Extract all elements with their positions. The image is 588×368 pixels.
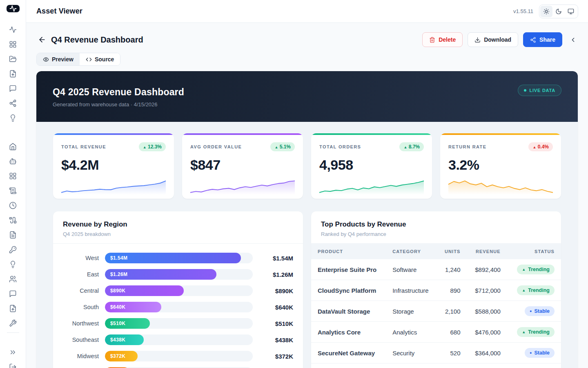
sidebar-item-users[interactable] (6, 272, 20, 286)
product-name: Enterprise Suite Pro (311, 259, 386, 280)
collapse-panel-button[interactable] (568, 34, 578, 45)
region-bar-track: $640K (105, 302, 253, 312)
products-table: PRODUCTCATEGORYUNITSREVENUESTATUS Enterp… (311, 244, 561, 368)
region-card-subtitle: Q4 2025 breakdown (63, 231, 293, 237)
sidebar-item-wrench[interactable] (6, 316, 20, 330)
product-category: Integration (386, 364, 437, 368)
product-category: Software (386, 259, 437, 280)
sidebar-top-group (6, 22, 20, 125)
region-label: Northwest (63, 320, 99, 327)
theme-light-button[interactable] (540, 6, 552, 17)
kpi-label: RETURN RATE (448, 144, 486, 149)
sidebar-mid-group (6, 139, 20, 330)
dashboard-banner: Q4 2025 Revenue Dashboard Generated from… (36, 71, 578, 122)
revenue-by-region-card: Revenue by Region Q4 2025 breakdown West… (53, 211, 303, 368)
layout-grid-icon (9, 172, 17, 180)
products-card-title: Top Products by Revenue (321, 220, 551, 229)
product-status: ● Stable (507, 301, 561, 322)
region-bar: $510K (105, 318, 150, 329)
sidebar-item-clock[interactable] (6, 198, 20, 213)
message-square-icon (9, 290, 17, 298)
sidebar-item-log-out[interactable] (6, 359, 20, 368)
theme-system-button[interactable] (565, 6, 577, 17)
sidebar-item-layout-grid[interactable] (6, 168, 20, 183)
table-row: CloudSync PlatformInfrastructure890$712,… (311, 280, 561, 301)
sidebar-item-chevrons-right[interactable] (6, 345, 20, 359)
theme-dark-button[interactable] (552, 6, 565, 17)
region-card-header: Revenue by Region Q4 2025 breakdown (53, 211, 303, 244)
product-units: 680 (437, 322, 467, 343)
sidebar-item-lightbulb[interactable] (6, 257, 20, 272)
sidebar-item-file-text[interactable] (6, 227, 20, 242)
page-title: Q4 Revenue Dashboard (51, 35, 143, 45)
region-value: $372K (259, 353, 293, 360)
share-button[interactable]: Share (523, 32, 562, 47)
folder-open-icon (9, 55, 17, 63)
region-row: East$1.26M$1.26M (63, 269, 293, 280)
sidebar-divider (7, 332, 19, 333)
region-value: $1.26M (259, 271, 293, 278)
tab-preview[interactable]: Preview (37, 53, 80, 65)
tab-source[interactable]: Source (80, 53, 120, 65)
product-name: SecureNet Gateway (311, 343, 386, 364)
region-card-title: Revenue by Region (63, 220, 293, 229)
dashboard-preview-panel: Q4 2025 Revenue Dashboard Generated from… (36, 71, 578, 368)
product-revenue: $588,000 (467, 301, 507, 322)
dashboard-body: TOTAL REVENUE▲ 12.3%$4.2MAVG ORDER VALUE… (36, 122, 578, 368)
region-row: Southeast$438K$438K (63, 334, 293, 345)
theme-toggle (539, 4, 578, 18)
region-bar-track: $1.54M (105, 253, 253, 263)
download-button[interactable]: Download (468, 32, 518, 47)
kpi-accent-bar (311, 133, 432, 135)
sidebar-item-home[interactable] (6, 139, 20, 154)
chevrons-right-icon (9, 348, 17, 356)
region-value: $510K (259, 320, 293, 327)
file-up-icon (9, 305, 17, 312)
arrow-left-icon (38, 36, 46, 44)
sidebar-item-lightbulb[interactable] (6, 110, 20, 125)
app-logo (7, 5, 20, 12)
file-up-icon (9, 70, 17, 78)
layout-grid-icon (9, 40, 17, 48)
product-name: DataVault Storage (311, 301, 386, 322)
table-row: API Manager PlusIntegration940$282,000▼ … (311, 364, 561, 368)
product-revenue: $282,000 (467, 364, 507, 368)
product-units: 520 (437, 343, 467, 364)
sidebar-item-layout-grid[interactable] (6, 37, 20, 52)
product-units: 940 (437, 364, 467, 368)
kpi-label: AVG ORDER VALUE (190, 144, 242, 149)
sidebar-item-cable[interactable] (6, 213, 20, 227)
region-row: South$640K$640K (63, 302, 293, 312)
region-label: South (63, 304, 99, 310)
sidebar-item-file-up[interactable] (6, 301, 20, 316)
sidebar-item-file-up[interactable] (6, 66, 20, 81)
sidebar-item-folder-open[interactable] (6, 52, 20, 66)
kpi-delta-badge: ▲ 5.1% (270, 142, 295, 151)
key-icon (9, 246, 17, 254)
region-bar-track: $1.26M (105, 269, 253, 280)
file-text-icon (9, 231, 17, 239)
product-revenue: $712,000 (467, 280, 507, 301)
region-label: West (63, 255, 99, 261)
sidebar-item-activity[interactable] (6, 22, 20, 37)
sidebar-item-bot[interactable] (6, 154, 20, 168)
product-status: ▲ Trending (507, 259, 561, 280)
kpi-label: TOTAL ORDERS (319, 144, 361, 149)
kpi-value: $4.2M (61, 157, 166, 173)
activity-icon (9, 26, 17, 34)
region-bar-track: $372K (105, 351, 253, 361)
sidebar-item-share-nodes[interactable] (6, 96, 20, 110)
sidebar-item-key[interactable] (6, 242, 20, 257)
region-bar-value: $372K (105, 353, 125, 359)
sidebar-item-message-square[interactable] (6, 286, 20, 301)
products-table-header: PRODUCTCATEGORYUNITSREVENUESTATUS (311, 244, 561, 259)
cable-icon (9, 216, 17, 224)
status-badge: ● Stable (525, 348, 555, 358)
back-button[interactable] (36, 34, 48, 45)
region-bar-chart: West$1.54M$1.54MEast$1.26M$1.26MCentral$… (53, 244, 303, 368)
delete-button[interactable]: Delete (422, 32, 463, 47)
region-label: Southeast (63, 337, 99, 343)
column-header: PRODUCT (311, 244, 386, 259)
sidebar-item-scroll-text[interactable] (6, 183, 20, 198)
sidebar-item-message-square[interactable] (6, 81, 20, 96)
